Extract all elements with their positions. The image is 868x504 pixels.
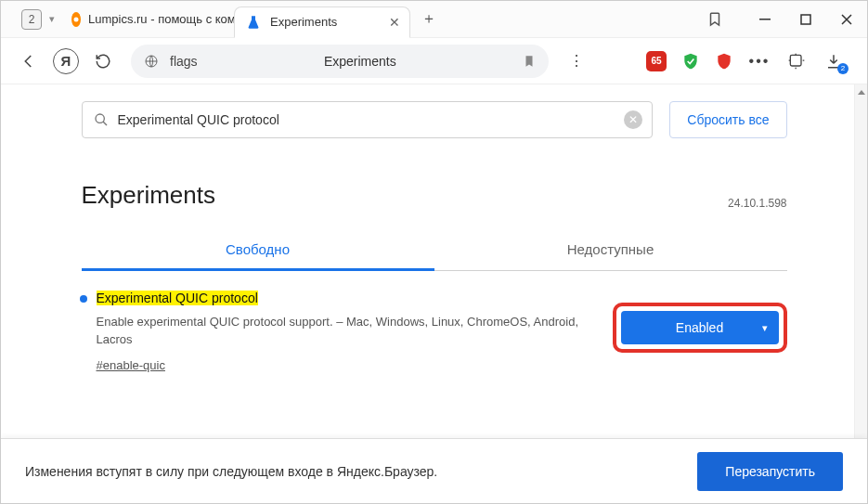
shield-red-icon[interactable] bbox=[715, 52, 733, 71]
home-button[interactable]: Я bbox=[53, 48, 79, 74]
address-title: Experiments bbox=[209, 54, 512, 69]
active-tab-label: Experiments bbox=[270, 15, 337, 29]
background-tab-label: Lumpics.ru - помощь с ком bbox=[88, 12, 234, 26]
flags-tabs: Свободно Недоступные bbox=[82, 230, 787, 271]
shield-green-icon[interactable] bbox=[681, 52, 700, 71]
svg-rect-1 bbox=[759, 19, 771, 20]
search-input[interactable]: Experimental QUIC protocol ✕ bbox=[82, 101, 654, 138]
flag-state-value: Enabled bbox=[676, 320, 723, 335]
minimize-button[interactable] bbox=[745, 1, 785, 38]
search-icon bbox=[94, 112, 109, 127]
tab-available[interactable]: Свободно bbox=[82, 230, 434, 271]
background-tab[interactable]: Lumpics.ru - помощь с ком bbox=[62, 5, 234, 34]
chevron-down-icon: ▾ bbox=[762, 322, 768, 334]
extensions-puzzle-icon[interactable] bbox=[785, 50, 808, 72]
highlight-annotation: Enabled ▾ bbox=[613, 303, 787, 353]
flag-title: Experimental QUIC protocol bbox=[97, 291, 258, 305]
address-host: flags bbox=[170, 54, 198, 69]
bookmark-icon[interactable] bbox=[523, 55, 536, 68]
tab-unavailable[interactable]: Недоступные bbox=[434, 230, 787, 270]
browser-toolbar: Я flags Experiments ⋮ 65 ••• 2 bbox=[1, 38, 867, 84]
favicon-icon bbox=[71, 12, 81, 27]
restart-footer: Изменения вступят в силу при следующем в… bbox=[1, 438, 867, 503]
svg-point-0 bbox=[74, 17, 79, 21]
more-icon[interactable]: ••• bbox=[748, 50, 771, 72]
modified-dot-icon bbox=[80, 295, 87, 303]
kebab-icon[interactable]: ⋮ bbox=[565, 50, 588, 72]
footer-text: Изменения вступят в силу при следующем в… bbox=[25, 464, 437, 479]
reset-all-button[interactable]: Сбросить все bbox=[669, 101, 786, 138]
flag-description: Enable experimental QUIC protocol suppor… bbox=[97, 314, 596, 349]
address-bar[interactable]: flags Experiments bbox=[131, 45, 549, 78]
globe-icon bbox=[144, 54, 159, 69]
reload-button[interactable] bbox=[92, 50, 114, 72]
download-badge: 2 bbox=[837, 63, 849, 74]
extensions-group: 65 ••• 2 bbox=[646, 50, 850, 72]
svg-point-5 bbox=[96, 114, 104, 123]
svg-rect-4 bbox=[790, 55, 801, 66]
downloads-button[interactable]: 2 bbox=[823, 50, 845, 72]
svg-rect-2 bbox=[801, 15, 810, 24]
maximize-button[interactable] bbox=[785, 1, 826, 38]
flag-state-select[interactable]: Enabled ▾ bbox=[621, 311, 779, 344]
page-title: Experiments bbox=[82, 181, 216, 210]
tab-count-button[interactable]: 2 bbox=[21, 9, 42, 30]
flask-icon bbox=[246, 15, 261, 30]
scrollbar[interactable] bbox=[854, 84, 867, 438]
new-tab-button[interactable]: ＋ bbox=[416, 6, 442, 32]
restart-button[interactable]: Перезапустить bbox=[697, 452, 843, 491]
flag-hash-link[interactable]: #enable-quic bbox=[97, 358, 165, 372]
flag-row: Experimental QUIC protocol Enable experi… bbox=[82, 290, 787, 373]
page-viewport: Experimental QUIC protocol ✕ Сбросить вс… bbox=[1, 84, 867, 503]
close-window-button[interactable] bbox=[826, 1, 867, 38]
active-tab[interactable]: Experiments ✕ bbox=[234, 6, 410, 38]
extension-badge-1[interactable]: 65 bbox=[646, 51, 667, 71]
close-icon[interactable]: ✕ bbox=[389, 15, 400, 30]
chevron-down-icon[interactable]: ▾ bbox=[49, 13, 55, 25]
search-value: Experimental QUIC protocol bbox=[118, 112, 279, 127]
version-label: 24.10.1.598 bbox=[728, 197, 786, 210]
bookmark-ribbon-icon[interactable] bbox=[694, 1, 735, 38]
clear-search-icon[interactable]: ✕ bbox=[624, 110, 642, 129]
title-bar: 2 ▾ Lumpics.ru - помощь с ком Experiment… bbox=[1, 1, 867, 38]
back-button[interactable] bbox=[18, 50, 40, 72]
